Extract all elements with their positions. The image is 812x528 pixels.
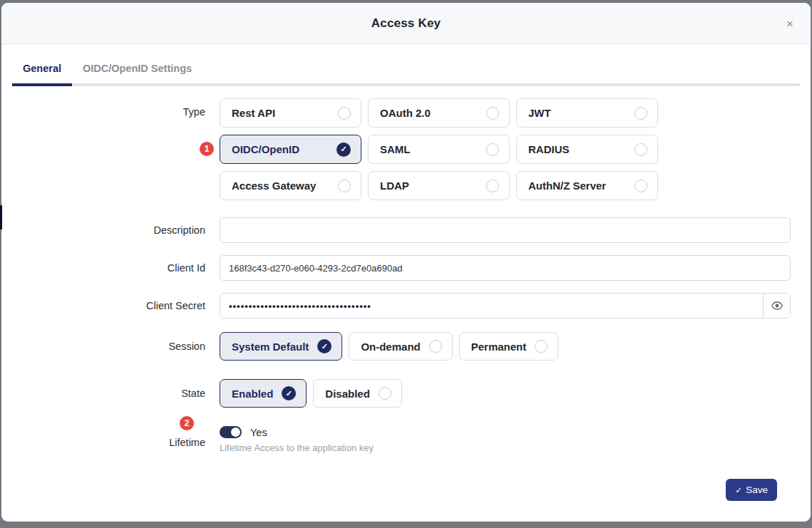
save-button[interactable]: ✓ Save [726,479,777,501]
lifetime-toggle[interactable] [220,426,242,438]
description-input[interactable] [220,217,791,243]
radio-checked-icon: ✓ [317,339,332,353]
reveal-secret-button[interactable] [763,294,790,318]
type-option-jwt[interactable]: JWT [516,98,658,128]
type-row: Type 1 Rest API OAuth 2.0 JWT [12,98,800,200]
client-id-label: Client Id [12,262,205,274]
radio-unchecked-icon [338,107,351,120]
state-label: State [12,388,205,399]
lifetime-row: 2 Lifetime Yes Lifetime Access to the ap… [12,416,800,453]
modal-footer: ✓ Save [12,479,800,501]
tab-general[interactable]: General [12,57,72,86]
client-secret-row: Client Secret [12,293,800,319]
modal-title: Access Key [371,16,441,31]
type-option-authnz-server[interactable]: AuthN/Z Server [516,171,658,200]
tab-oidc-settings[interactable]: OIDC/OpenID Settings [72,57,202,86]
check-icon: ✓ [735,485,742,495]
radio-unchecked-icon [634,107,647,120]
radio-unchecked-icon [535,340,548,353]
radio-unchecked-icon [338,180,351,192]
type-option-saml[interactable]: SAML [368,135,510,164]
type-option-rest-api[interactable]: Rest API [220,98,361,128]
lifetime-helper-text: Lifetime Access to the application key [220,442,374,453]
save-button-label: Save [746,485,768,495]
type-option-oauth2[interactable]: OAuth 2.0 [368,98,510,128]
client-id-input[interactable] [220,255,791,281]
client-id-row: Client Id [12,255,800,281]
close-icon[interactable]: × [781,14,799,32]
annotation-badge-1: 1 [200,142,214,156]
session-option-system-default[interactable]: System Default ✓ [220,332,342,361]
radio-unchecked-icon [429,340,442,353]
annotation-badge-2: 2 [180,416,194,430]
description-row: Description [12,217,800,243]
tabs: General OIDC/OpenID Settings [12,57,800,86]
radio-unchecked-icon [379,387,391,400]
type-option-grid: 1 Rest API OAuth 2.0 JWT OIDC/Open [220,98,658,200]
session-option-on-demand[interactable]: On-demand [349,332,452,361]
client-secret-group [220,293,791,319]
access-key-modal: Access Key × General OIDC/OpenID Setting… [1,3,811,522]
modal-header: Access Key × [1,3,811,44]
client-secret-label: Client Secret [12,300,205,311]
state-option-enabled[interactable]: Enabled ✓ [220,379,307,408]
radio-unchecked-icon [486,107,499,120]
radio-checked-icon: ✓ [282,386,296,400]
toggle-knob-icon [231,428,240,437]
state-option-disabled[interactable]: Disabled [313,379,402,408]
state-row: State Enabled ✓ Disabled [12,379,800,408]
radio-unchecked-icon [486,143,499,156]
type-option-radius[interactable]: RADIUS [516,135,658,164]
lifetime-toggle-text: Yes [250,427,267,438]
type-option-oidc-openid[interactable]: OIDC/OpenID ✓ [220,135,361,164]
session-option-permanent[interactable]: Permanent [459,332,559,361]
radio-unchecked-icon [634,180,647,192]
lifetime-label: Lifetime [169,433,205,448]
left-edge-dark-strip [0,205,2,229]
session-label: Session [12,341,205,352]
client-secret-input[interactable] [220,294,763,318]
radio-unchecked-icon [634,143,647,156]
type-label: Type [12,98,205,118]
modal-body: General OIDC/OpenID Settings Type 1 Rest… [1,44,811,522]
radio-checked-icon: ✓ [336,143,351,157]
type-option-ldap[interactable]: LDAP [368,171,510,200]
eye-icon [771,301,783,310]
type-option-access-gateway[interactable]: Access Gateway [220,171,361,200]
description-label: Description [12,224,205,236]
radio-unchecked-icon [486,180,499,192]
session-row: Session System Default ✓ On-demand Perma… [12,332,800,361]
